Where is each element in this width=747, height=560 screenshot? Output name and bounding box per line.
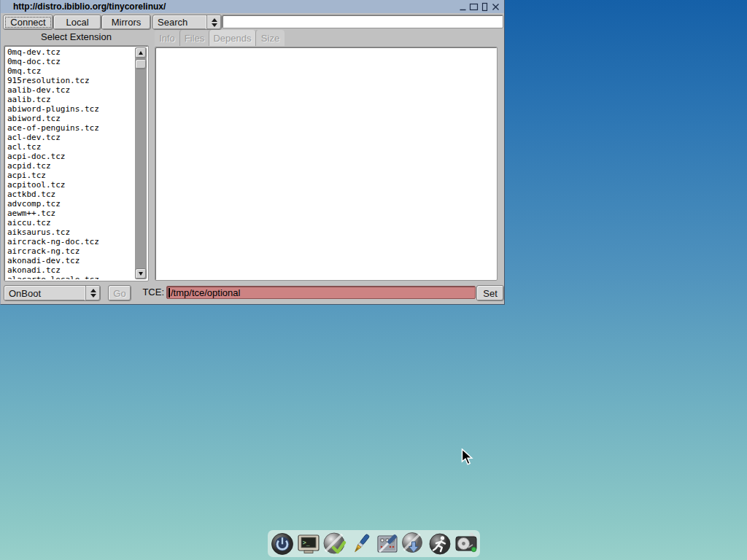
mount-icon[interactable]: [454, 532, 479, 556]
list-item[interactable]: advcomp.tcz: [6, 199, 134, 209]
tce-path-value: /tmp/tce/optional: [171, 287, 240, 298]
terminal-prompt-glyph: >_: [303, 540, 310, 546]
go-button[interactable]: Go: [108, 285, 131, 301]
list-item[interactable]: ace-of-penguins.tcz: [6, 123, 134, 133]
mirrors-button[interactable]: Mirrors: [101, 15, 151, 30]
maximize-button[interactable]: [468, 1, 479, 12]
appbrowser-icon[interactable]: [401, 532, 426, 556]
set-button[interactable]: Set: [476, 285, 504, 301]
app-browser-window: http://distro.ibiblio.org/tinycorelinux/…: [0, 0, 505, 305]
connect-button[interactable]: Connect: [3, 15, 53, 30]
list-item[interactable]: aalib.tcz: [6, 95, 134, 104]
tab-info[interactable]: Info: [155, 30, 179, 46]
tab-size[interactable]: Size: [255, 30, 285, 46]
list-item[interactable]: aircrack-ng-doc.tcz: [6, 237, 134, 246]
list-item[interactable]: aiksaurus.tcz: [6, 228, 134, 237]
local-button[interactable]: Local: [53, 15, 101, 30]
window-controls: [457, 1, 504, 12]
list-item[interactable]: abiword.tcz: [6, 114, 134, 123]
list-item[interactable]: alacarte-locale.tcz: [6, 275, 134, 279]
tce-label: TCE:: [131, 285, 164, 300]
list-item[interactable]: 0mq-dev.tcz: [6, 47, 134, 57]
search-input[interactable]: [222, 15, 503, 28]
package-list: 0mq-dev.tcz0mq-doc.tcz0mq.tcz915resoluti…: [4, 45, 149, 281]
list-item[interactable]: akonadi-dev.tcz: [6, 256, 134, 265]
titlebar[interactable]: http://distro.ibiblio.org/tinycorelinux/: [1, 0, 504, 13]
controls-icon[interactable]: [375, 532, 400, 556]
list-item[interactable]: abiword-plugins.tcz: [6, 104, 134, 114]
window-title: http://distro.ibiblio.org/tinycorelinux/: [1, 1, 166, 12]
onboot-dropdown[interactable]: OnBoot: [4, 285, 101, 301]
scroll-up-icon[interactable]: [135, 47, 147, 58]
detail-tabs: Info Files Depends Size: [155, 30, 285, 46]
list-item[interactable]: 915resolution.tcz: [6, 76, 134, 85]
list-item[interactable]: acpi-doc.tcz: [6, 152, 134, 161]
search-mode-dropdown[interactable]: Search: [152, 15, 222, 30]
list-item[interactable]: 0mq.tcz: [6, 66, 134, 76]
cpanel-icon[interactable]: [322, 532, 347, 556]
list-item[interactable]: aiccu.tcz: [6, 218, 134, 228]
list-item[interactable]: acpi.tcz: [6, 171, 134, 180]
shade-button[interactable]: [479, 1, 489, 12]
terminal-icon[interactable]: >_: [296, 532, 321, 556]
editor-icon[interactable]: [349, 532, 374, 556]
tce-path-input[interactable]: /tmp/tce/optional: [166, 286, 476, 299]
list-item[interactable]: acl.tcz: [6, 142, 134, 152]
scrollbar-thumb[interactable]: [135, 59, 147, 69]
list-scrollbar[interactable]: [135, 47, 147, 279]
list-item[interactable]: actkbd.tcz: [6, 190, 134, 199]
mouse-cursor: [461, 448, 474, 470]
chevron-updown-icon: [206, 15, 221, 29]
list-item[interactable]: aircrack-ng.tcz: [6, 246, 134, 256]
search-mode-label: Search: [153, 17, 206, 28]
tab-depends[interactable]: Depends: [209, 30, 255, 46]
onboot-label: OnBoot: [4, 288, 85, 299]
scroll-down-icon[interactable]: [135, 268, 147, 279]
list-item[interactable]: akonadi.tcz: [6, 265, 134, 275]
dock-bar: >_: [268, 530, 480, 557]
chevron-updown-icon: [85, 286, 100, 300]
list-item[interactable]: aalib-dev.tcz: [6, 85, 134, 95]
run-icon[interactable]: [427, 532, 452, 556]
list-item[interactable]: acl-dev.tcz: [6, 133, 134, 142]
package-list-items: 0mq-dev.tcz0mq-doc.tcz0mq.tcz915resoluti…: [6, 47, 134, 279]
text-caret: [169, 288, 170, 298]
list-item[interactable]: 0mq-doc.tcz: [6, 57, 134, 66]
list-header: Select Extension: [1, 31, 152, 42]
list-item[interactable]: aewm++.tcz: [6, 209, 134, 218]
minimize-button[interactable]: [457, 1, 468, 12]
list-item[interactable]: acpid.tcz: [6, 161, 134, 171]
close-button[interactable]: [490, 1, 500, 12]
list-item[interactable]: acpitool.tcz: [6, 180, 134, 190]
detail-panel: [155, 47, 498, 281]
exit-icon[interactable]: [270, 532, 295, 556]
tab-files[interactable]: Files: [179, 30, 209, 46]
